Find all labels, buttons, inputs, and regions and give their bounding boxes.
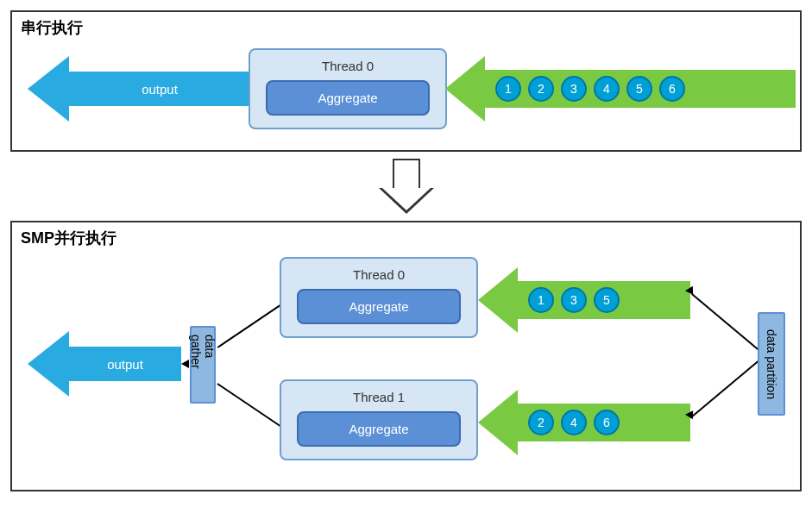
thread-box-1: Thread 1 Aggregate	[280, 379, 478, 460]
data-item: 3	[561, 76, 587, 102]
output-arrow: output	[28, 65, 250, 113]
output-label: output	[69, 347, 181, 381]
aggregate-box: Aggregate	[297, 411, 461, 447]
thread-box-0: Thread 0 Aggregate	[280, 257, 478, 338]
data-item: 6	[659, 76, 685, 102]
serial-title: 串行执行	[21, 17, 791, 38]
smp-title: SMP并行执行	[21, 228, 791, 248]
data-item: 5	[626, 76, 652, 102]
serial-row: output Thread 0 Aggregate 1 2 3 4 5 6	[21, 41, 791, 136]
thread-name: Thread 0	[266, 59, 430, 73]
thread-name: Thread 0	[297, 267, 461, 282]
data-gather-box: data gather	[190, 326, 216, 404]
data-item: 3	[561, 287, 587, 313]
smp-panel: SMP并行执行 output data gather Thread 0 Aggr…	[10, 221, 802, 491]
input-arrow-1: 2 4 6	[478, 390, 690, 455]
serial-panel: 串行执行 output Thread 0 Aggregate 1 2 3 4 5…	[10, 10, 802, 152]
data-item: 1	[528, 287, 554, 313]
thread-name: Thread 1	[297, 390, 461, 404]
input-arrow: 1 2 3 4 5 6	[445, 56, 796, 122]
data-item: 4	[594, 76, 620, 102]
thread-box-0: Thread 0 Aggregate	[249, 48, 447, 129]
input-arrow-0: 1 3 5	[478, 267, 690, 333]
data-item: 6	[594, 410, 620, 435]
smp-grid: output data gather Thread 0 Aggregate 1 …	[21, 252, 791, 476]
aggregate-box: Aggregate	[266, 80, 430, 116]
transition-arrow	[10, 159, 802, 214]
data-item: 2	[528, 410, 554, 435]
data-item: 2	[528, 76, 554, 102]
output-label: output	[69, 72, 250, 106]
aggregate-box: Aggregate	[297, 289, 461, 324]
data-item: 5	[594, 287, 620, 313]
data-item: 1	[495, 76, 521, 102]
data-item: 4	[561, 410, 587, 435]
output-arrow: output	[28, 340, 181, 388]
data-partition-box: data partition	[758, 312, 785, 416]
